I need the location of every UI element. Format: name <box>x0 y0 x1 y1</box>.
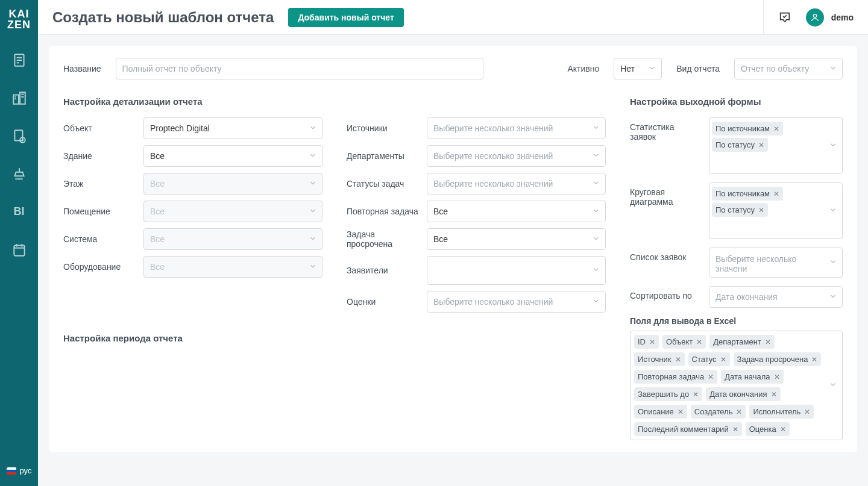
chevron-down-icon <box>829 206 837 216</box>
close-icon[interactable]: ✕ <box>780 425 786 434</box>
tag-label: Оценка <box>749 425 776 434</box>
detail-left-col: Объект Proptech Digital Здание Все Этаж … <box>63 117 322 319</box>
close-icon[interactable]: ✕ <box>675 355 681 364</box>
chevron-down-icon <box>592 179 600 189</box>
close-icon[interactable]: ✕ <box>758 206 764 214</box>
type-label: Вид отчета <box>676 64 720 73</box>
svg-rect-10 <box>14 130 22 140</box>
close-icon[interactable]: ✕ <box>811 355 817 364</box>
chevron-down-icon <box>829 141 837 151</box>
nav-bi[interactable]: BI <box>0 193 38 231</box>
close-icon[interactable]: ✕ <box>804 408 810 416</box>
close-icon[interactable]: ✕ <box>765 338 771 346</box>
close-icon[interactable]: ✕ <box>720 355 726 364</box>
tag: ID✕ <box>634 335 659 349</box>
close-icon[interactable]: ✕ <box>693 390 699 399</box>
placeholder: Выберите несколько значений <box>430 294 556 309</box>
tag-label: Дата начала <box>725 372 770 381</box>
field-row: Повторная задача Все <box>347 201 606 222</box>
active-select[interactable]: Нет <box>614 58 662 79</box>
close-icon[interactable]: ✕ <box>678 408 684 416</box>
field-row: Департаменты Выберите несколько значений <box>347 145 606 167</box>
select-0[interactable]: Proptech Digital <box>143 117 322 139</box>
nav-calendar[interactable] <box>0 231 38 269</box>
field-row: Здание Все <box>63 145 322 167</box>
svg-rect-4 <box>13 95 19 104</box>
tag-label: По статусу <box>715 140 755 149</box>
top-row: Название Активно Нет Вид отчета Отчет по… <box>63 58 843 79</box>
list-label: Список заявок <box>630 248 699 278</box>
nav-reports[interactable] <box>0 41 38 79</box>
type-value: Отчет по объекту <box>741 64 809 73</box>
select-value: Proptech Digital <box>150 123 210 133</box>
select-3: Все <box>143 201 322 222</box>
close-icon[interactable]: ✕ <box>773 125 779 133</box>
tag-label: Последний комментарий <box>638 425 729 434</box>
avatar <box>806 8 824 26</box>
user-menu[interactable]: demo <box>806 8 854 26</box>
close-icon[interactable]: ✕ <box>696 338 702 346</box>
select-4[interactable]: Все <box>427 228 606 250</box>
add-report-button[interactable]: Добавить новый отчет <box>288 8 403 27</box>
select-value: Все <box>150 179 165 188</box>
tag: Завершить до✕ <box>634 387 702 401</box>
select-3[interactable]: Все <box>427 201 606 222</box>
chevron-down-icon <box>592 234 600 245</box>
sort-field: Сортировать по Дата окончания <box>630 286 843 308</box>
field-label: Объект <box>63 123 139 133</box>
nav-cleaning[interactable] <box>0 155 38 193</box>
tag: Повторная задача✕ <box>634 370 717 384</box>
sort-select[interactable]: Дата окончания <box>709 286 843 308</box>
inbox-icon[interactable] <box>778 11 791 24</box>
multiselect-5[interactable] <box>427 256 606 285</box>
multiselect-2[interactable]: Выберите несколько значений <box>427 173 606 195</box>
excel-multiselect[interactable]: ID✕Объект✕Департамент✕Источник✕Статус✕За… <box>630 331 843 440</box>
select-value: Все <box>150 234 165 244</box>
field-row: Статусы задач Выберите несколько значени… <box>347 173 606 195</box>
field-label: Повторная задача <box>347 207 422 216</box>
pie-multiselect[interactable]: По источникам✕По статусу✕ <box>709 182 843 239</box>
tag: Последний комментарий✕ <box>634 422 742 436</box>
tag-label: По источникам <box>715 124 770 133</box>
multiselect-1[interactable]: Выберите несколько значений <box>427 145 606 167</box>
close-icon[interactable]: ✕ <box>736 408 742 416</box>
tag: Объект✕ <box>662 335 706 349</box>
nav-templates[interactable] <box>0 117 38 155</box>
chevron-down-icon <box>648 64 656 74</box>
tag-label: Департамент <box>713 337 761 346</box>
multiselect-6[interactable]: Выберите несколько значений <box>427 291 606 313</box>
report-type-select[interactable]: Отчет по объекту <box>734 58 843 79</box>
language-switcher[interactable]: рус <box>0 460 38 486</box>
close-icon[interactable]: ✕ <box>758 141 764 149</box>
form-card: Название Активно Нет Вид отчета Отчет по… <box>49 46 857 452</box>
header: Создать новый шаблон отчета Добавить нов… <box>38 0 868 35</box>
chevron-down-icon <box>592 123 600 134</box>
nav-buildings[interactable] <box>0 79 38 117</box>
tag: Статус✕ <box>688 352 730 366</box>
chevron-down-icon <box>309 123 317 134</box>
close-icon[interactable]: ✕ <box>771 390 777 399</box>
close-icon[interactable]: ✕ <box>708 373 714 381</box>
multiselect-0[interactable]: Выберите несколько значений <box>427 117 606 139</box>
stats-label: Статистика заявок <box>630 117 699 174</box>
tag: Описание✕ <box>634 405 687 419</box>
close-icon[interactable]: ✕ <box>732 425 738 434</box>
stats-multiselect[interactable]: По источникам✕По статусу✕ <box>709 117 843 174</box>
tag-label: Описание <box>638 407 674 416</box>
chevron-down-icon <box>829 292 837 302</box>
stats-field: Статистика заявок По источникам✕По стату… <box>630 117 843 174</box>
close-icon[interactable]: ✕ <box>773 190 779 198</box>
sidebar: KAI ZEN BI рус <box>0 0 38 486</box>
select-1[interactable]: Все <box>143 145 322 167</box>
bi-label: BI <box>14 205 25 218</box>
buildings-icon <box>11 90 27 106</box>
field-row: Заявители <box>347 256 606 285</box>
list-placeholder: Выберите несколько значени <box>712 252 825 276</box>
field-label: Задача просрочена <box>347 229 422 249</box>
close-icon[interactable]: ✕ <box>774 373 780 381</box>
main: Создать новый шаблон отчета Добавить нов… <box>38 0 868 486</box>
close-icon[interactable]: ✕ <box>649 338 655 346</box>
name-input[interactable] <box>116 58 483 79</box>
tag-label: Исполнитель <box>753 407 800 416</box>
list-multiselect[interactable]: Выберите несколько значени <box>709 248 843 278</box>
